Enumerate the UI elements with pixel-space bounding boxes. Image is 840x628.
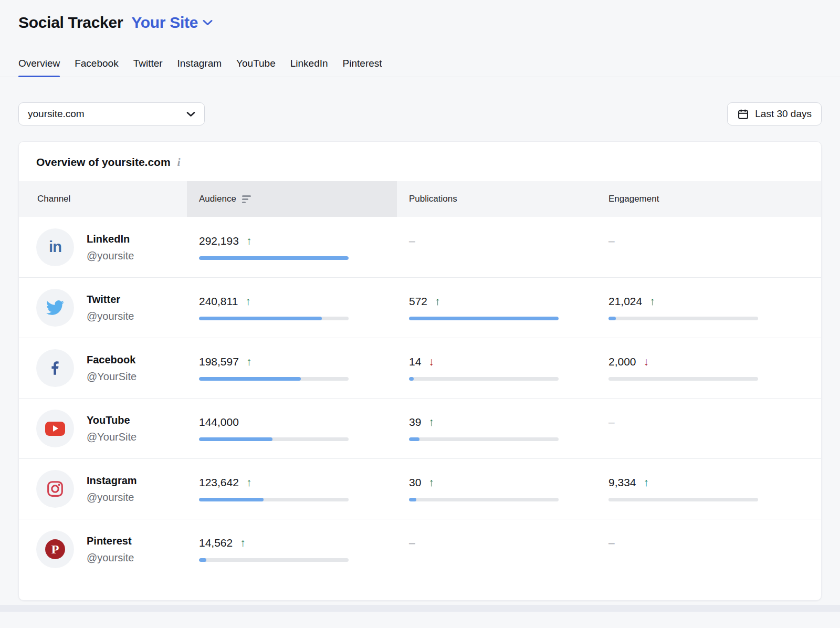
engagement-empty-value: –	[608, 537, 615, 549]
audience-value-line: 198,597↑	[199, 355, 397, 368]
audience-value: 123,642	[199, 476, 239, 489]
info-icon[interactable]: i	[177, 156, 181, 168]
channel-cell: PPinterest@yoursite	[19, 519, 187, 579]
column-header-publications[interactable]: Publications	[397, 181, 596, 217]
tab-facebook[interactable]: Facebook	[75, 58, 118, 77]
page-header: Social Tracker Your Site	[18, 0, 822, 32]
channel-info: Twitter@yoursite	[87, 293, 134, 322]
publications-value-line: 14↓	[409, 355, 596, 368]
trend-up-icon: ↑	[245, 295, 251, 308]
channel-cell: Twitter@yoursite	[19, 278, 187, 338]
trend-up-icon: ↑	[435, 295, 440, 308]
page-title: Social Tracker	[18, 14, 123, 32]
channel-handle: @yoursite	[87, 551, 134, 564]
tab-instagram[interactable]: Instagram	[177, 58, 222, 77]
engagement-cell: 2,000↓	[596, 338, 821, 398]
publications-cell: 572↑	[397, 278, 596, 338]
audience-progress-fill	[199, 317, 322, 320]
tab-overview[interactable]: Overview	[18, 58, 60, 77]
audience-value: 144,000	[199, 416, 239, 428]
trend-up-icon: ↑	[240, 537, 246, 549]
column-header-engagement[interactable]: Engagement	[596, 181, 821, 217]
table-row-instagram: Instagram@yoursite123,642↑30↑9,334↑	[19, 458, 821, 519]
publications-value: 39	[409, 416, 421, 428]
publications-cell: –	[397, 519, 596, 579]
engagement-value-line: –	[608, 537, 821, 549]
avatar	[36, 289, 74, 327]
tab-pinterest[interactable]: Pinterest	[343, 58, 382, 77]
publications-value-line: –	[409, 235, 596, 247]
channel-info: Instagram@yoursite	[87, 474, 137, 504]
engagement-progress-fill	[608, 317, 616, 320]
audience-progress-fill	[199, 498, 264, 501]
channel-name: YouTube	[87, 414, 136, 426]
toolbar: yoursite.com Last 30 days	[18, 102, 822, 125]
publications-value-line: –	[409, 537, 596, 549]
audience-value: 198,597	[199, 355, 239, 368]
channel-cell: Instagram@yoursite	[19, 459, 187, 519]
audience-value-line: 123,642↑	[199, 476, 397, 489]
audience-progress-fill	[199, 377, 301, 381]
tab-twitter[interactable]: Twitter	[133, 58, 163, 77]
publications-value: 14	[409, 355, 421, 368]
publications-cell: 14↓	[397, 338, 596, 398]
publications-progress-fill	[409, 437, 419, 441]
trend-down-icon: ↓	[428, 355, 434, 368]
publications-cell: 30↑	[397, 459, 596, 519]
site-selector[interactable]: Your Site	[131, 14, 213, 32]
card-header: Overview of yoursite.com i	[19, 142, 821, 181]
table-row-pinterest: PPinterest@yoursite14,562↑––	[19, 519, 821, 579]
channel-name: Instagram	[87, 474, 137, 487]
engagement-empty-value: –	[608, 235, 615, 247]
channel-name: Facebook	[87, 353, 136, 366]
publications-empty-value: –	[409, 537, 415, 549]
table-row-twitter: Twitter@yoursite240,811↑572↑21,024↑	[19, 277, 821, 338]
engagement-cell: –	[596, 217, 821, 277]
column-header-audience-label: Audience	[199, 194, 236, 204]
date-range-button[interactable]: Last 30 days	[727, 102, 822, 125]
publications-progress-bar	[409, 317, 559, 320]
audience-value-line: 240,811↑	[199, 295, 397, 308]
overview-card: Overview of yoursite.com i Channel Audie…	[18, 141, 822, 601]
trend-up-icon: ↑	[428, 416, 434, 428]
instagram-icon	[46, 480, 64, 498]
publications-progress-fill	[409, 498, 416, 501]
chevron-down-icon	[203, 19, 213, 26]
project-dropdown-value: yoursite.com	[28, 108, 85, 120]
tab-linkedin[interactable]: LinkedIn	[290, 58, 328, 77]
trend-up-icon: ↑	[644, 476, 649, 489]
publications-value-line: 39↑	[409, 416, 596, 428]
audience-cell: 14,562↑	[187, 519, 397, 579]
project-dropdown[interactable]: yoursite.com	[18, 102, 205, 125]
engagement-value-line: 21,024↑	[608, 295, 821, 308]
engagement-value: 2,000	[608, 355, 636, 368]
engagement-cell: –	[596, 399, 821, 458]
engagement-cell: 21,024↑	[596, 278, 821, 338]
publications-progress-bar	[409, 377, 559, 381]
column-header-audience[interactable]: Audience	[187, 181, 397, 217]
publications-progress-bar	[409, 437, 559, 441]
publications-empty-value: –	[409, 235, 415, 247]
publications-cell: –	[397, 217, 596, 277]
trend-up-icon: ↑	[246, 355, 252, 368]
linkedin-icon: in	[49, 239, 61, 255]
channel-info: YouTube@YourSite	[87, 414, 136, 443]
channel-name: LinkedIn	[87, 233, 134, 245]
publications-cell: 39↑	[397, 399, 596, 458]
audience-cell: 198,597↑	[187, 338, 397, 398]
site-selector-label: Your Site	[131, 14, 198, 32]
audience-value: 240,811	[199, 295, 238, 308]
audience-cell: 240,811↑	[187, 278, 397, 338]
publications-progress-bar	[409, 498, 559, 501]
page-bottom-strip	[0, 605, 840, 612]
channel-name: Pinterest	[87, 535, 134, 547]
audience-progress-bar	[199, 498, 349, 501]
engagement-cell: 9,334↑	[596, 459, 821, 519]
publications-value: 30	[409, 476, 421, 489]
avatar: in	[36, 228, 74, 266]
audience-progress-bar	[199, 558, 349, 562]
engagement-progress-bar	[608, 498, 758, 501]
audience-progress-bar	[199, 256, 349, 260]
tab-youtube[interactable]: YouTube	[236, 58, 276, 77]
publications-progress-fill	[409, 377, 414, 381]
